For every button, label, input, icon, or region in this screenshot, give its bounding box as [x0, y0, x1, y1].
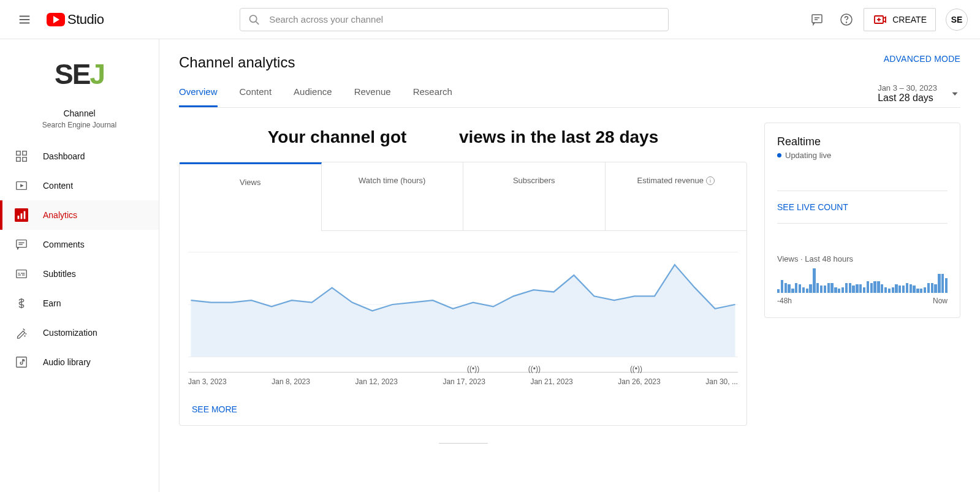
svg-rect-18: [21, 213, 23, 219]
see-live-count-link[interactable]: SEE LIVE COUNT: [777, 202, 948, 212]
svg-rect-2: [812, 15, 822, 23]
realtime-bar: [859, 284, 862, 293]
realtime-bar: [795, 283, 797, 293]
content-icon: [15, 179, 28, 192]
svg-rect-20: [17, 240, 27, 248]
svg-rect-17: [18, 216, 20, 219]
svg-point-28: [25, 336, 25, 336]
date-range-label: Last 28 days: [878, 93, 937, 104]
menu-toggle-button[interactable]: [12, 7, 37, 32]
svg-rect-23: [17, 270, 27, 278]
studio-logo[interactable]: Studio: [47, 12, 104, 28]
tab-audience[interactable]: Audience: [294, 86, 332, 107]
x-tick-label: Jan 8, 2023: [272, 377, 310, 386]
help-button[interactable]: [834, 7, 859, 32]
realtime-bar: [867, 281, 869, 293]
x-tick-label: Jan 17, 2023: [443, 377, 485, 386]
realtime-bar: [881, 284, 883, 293]
app-header: Studio CREATE SE: [0, 0, 980, 39]
account-avatar[interactable]: SE: [946, 9, 968, 31]
svg-point-6: [846, 22, 847, 23]
sidebar-item-audio-library[interactable]: Audio library: [0, 347, 159, 377]
create-button-label: CREATE: [892, 15, 927, 25]
realtime-updating: Updating live: [777, 151, 948, 160]
advanced-mode-link[interactable]: ADVANCED MODE: [884, 54, 960, 64]
overview-chart-card: Views Watch time (hours) Subscribers Est…: [179, 162, 747, 426]
sidebar-item-dashboard[interactable]: Dashboard: [0, 142, 159, 171]
sidebar-item-content[interactable]: Content: [0, 171, 159, 200]
tab-research[interactable]: Research: [413, 86, 452, 107]
svg-marker-31: [952, 92, 958, 95]
realtime-bar: [813, 268, 815, 293]
audio-library-icon: [15, 355, 28, 369]
views-chart[interactable]: ((•))((•))((•)) Jan 3, 2023Jan 8, 2023Ja…: [180, 231, 746, 393]
sidebar-item-label: Content: [43, 181, 73, 191]
live-dot-icon: [777, 153, 781, 157]
tab-revenue[interactable]: Revenue: [354, 86, 391, 107]
metric-tab-watch-time[interactable]: Watch time (hours): [322, 162, 464, 231]
realtime-bar: [895, 284, 897, 293]
svg-rect-19: [24, 211, 26, 219]
realtime-bar-chart[interactable]: [777, 268, 948, 293]
create-icon: [873, 12, 887, 27]
analytics-tabs: Overview Content Audience Revenue Resear…: [179, 86, 452, 107]
date-range-picker[interactable]: Jan 3 – 30, 2023 Last 28 days: [878, 83, 960, 107]
comments-icon: [15, 238, 28, 251]
realtime-bar: [873, 281, 876, 293]
search-box[interactable]: [240, 8, 669, 31]
realtime-bar: [892, 287, 894, 293]
realtime-bar: [781, 280, 783, 293]
feedback-button[interactable]: [805, 7, 829, 32]
metric-tab-revenue[interactable]: Estimated revenue i: [606, 162, 747, 231]
channel-card[interactable]: SEJ Channel Search Engine Journal: [0, 54, 159, 129]
realtime-bar: [931, 283, 933, 293]
hamburger-icon: [18, 13, 31, 26]
realtime-bar: [934, 284, 936, 293]
metric-tab-subscribers[interactable]: Subscribers: [463, 162, 606, 231]
feedback-icon: [810, 12, 824, 27]
tab-content[interactable]: Content: [240, 86, 272, 107]
svg-rect-13: [23, 157, 26, 161]
realtime-bar: [863, 287, 865, 293]
live-event-marker-icon: ((•)): [528, 365, 541, 373]
sidebar-item-label: Customization: [43, 328, 97, 338]
sidebar-item-analytics[interactable]: Analytics: [0, 200, 159, 230]
realtime-bar: [784, 283, 787, 293]
subtitles-icon: [15, 267, 28, 281]
realtime-bar: [938, 274, 940, 293]
rt-axis-start: -48h: [777, 297, 792, 305]
realtime-bar: [841, 287, 844, 293]
realtime-bar: [898, 286, 901, 293]
date-range-text: Jan 3 – 30, 2023: [878, 83, 937, 93]
event-markers-row: ((•))((•))((•)): [188, 362, 738, 372]
realtime-bar: [906, 283, 908, 293]
sidebar-item-label: Earn: [43, 298, 61, 308]
search-icon: [248, 13, 260, 26]
realtime-bar: [820, 286, 822, 293]
x-tick-label: Jan 26, 2023: [618, 377, 660, 386]
realtime-bar: [809, 284, 811, 293]
realtime-bar: [838, 289, 840, 293]
tab-overview[interactable]: Overview: [179, 86, 218, 107]
search-input[interactable]: [269, 14, 661, 25]
customization-icon: [15, 326, 28, 339]
realtime-bar: [777, 289, 780, 293]
realtime-bar: [845, 283, 848, 293]
create-button[interactable]: CREATE: [864, 8, 936, 31]
sidebar-item-earn[interactable]: Earn: [0, 289, 159, 318]
svg-marker-15: [20, 184, 24, 187]
realtime-bar: [888, 289, 891, 293]
realtime-bar: [916, 289, 919, 293]
info-icon: i: [706, 176, 715, 185]
see-more-link[interactable]: SEE MORE: [180, 393, 746, 425]
help-icon: [839, 12, 854, 27]
sidebar-item-customization[interactable]: Customization: [0, 318, 159, 347]
chart-x-axis: Jan 3, 2023Jan 8, 2023Jan 12, 2023Jan 17…: [188, 372, 738, 386]
svg-rect-11: [23, 151, 26, 155]
live-event-marker-icon: ((•)): [630, 365, 642, 373]
sidebar-item-subtitles[interactable]: Subtitles: [0, 259, 159, 289]
sidebar-item-comments[interactable]: Comments: [0, 230, 159, 259]
realtime-bar: [834, 287, 837, 293]
metric-tab-views[interactable]: Views: [180, 162, 322, 231]
realtime-bar: [788, 284, 790, 293]
